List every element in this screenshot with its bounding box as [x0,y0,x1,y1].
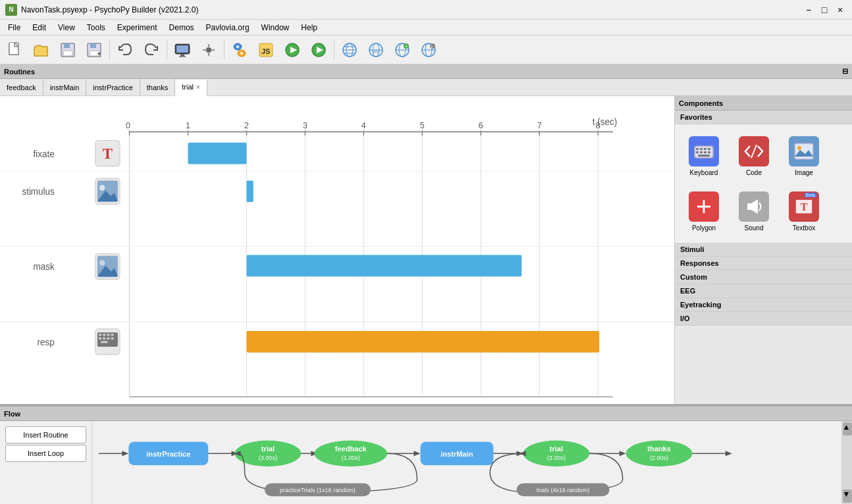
routines-content: t (sec) 0 1 2 3 4 [0,96,852,404]
menu-pavlovia[interactable]: Pavlovia.org [201,22,255,34]
tab-trial-close[interactable]: × [196,84,200,91]
svg-text:resp: resp [38,337,55,347]
scrollbar-down[interactable]: ▼ [843,490,852,503]
comp-keyboard[interactable]: Keyboard [680,130,728,182]
insert-routine-button[interactable]: Insert Routine [5,426,86,443]
svg-text:+: + [405,43,408,49]
svg-marker-136 [413,451,420,456]
svg-rect-92 [99,334,101,336]
comp-sound[interactable]: Sound [730,185,778,238]
menu-window[interactable]: Window [256,22,295,34]
open-button[interactable] [29,38,54,63]
redo-button[interactable] [139,38,164,63]
svg-rect-109 [708,151,710,153]
titlebar: N NavonTask.psyexp - PsychoPy Builder (v… [0,0,852,20]
menu-experiment[interactable]: Experiment [112,22,163,34]
svg-text:instrMain: instrMain [440,450,473,458]
svg-rect-98 [107,338,109,340]
tab-instrpractice[interactable]: instrPractice [86,79,140,95]
tab-thanks-label: thanks [147,84,168,91]
svg-marker-150 [726,451,732,456]
flow-svg: instrPractice trial (3.00s) feedba [92,421,841,504]
comp-polygon-label: Polygon [692,224,716,232]
monitor-button[interactable] [170,38,195,63]
svg-text:thanks: thanks [647,445,671,453]
svg-text:6: 6 [479,120,483,130]
svg-text:stimulus: stimulus [22,187,54,197]
routines-collapse[interactable]: ⊟ [842,67,848,76]
routines-title: Routines [4,68,35,76]
globe3-button[interactable]: + [390,38,415,63]
separator-4 [334,40,334,60]
mask-bar[interactable] [246,255,521,277]
tab-thanks[interactable]: thanks [140,79,175,95]
favorites-grid: Keyboard Code Image [675,124,852,243]
comp-code[interactable]: Code [730,130,778,182]
tab-trial[interactable]: trial × [175,80,207,96]
section-eyetracking[interactable]: Eyetracking [675,298,852,312]
toolbar: + JS py + i [0,36,852,64]
tab-feedback[interactable]: feedback [0,79,43,95]
save-button[interactable] [55,38,80,63]
svg-text:practiceTrials (1x16 random): practiceTrials (1x16 random) [280,487,356,493]
close-button[interactable]: × [834,3,847,16]
svg-rect-104 [704,148,706,150]
window-controls: − □ × [802,3,847,16]
insert-loop-button[interactable]: Insert Loop [5,445,86,462]
svg-text:(2.00s): (2.00s) [650,455,668,461]
fixate-bar[interactable] [188,143,246,164]
routines-panel: Routines ⊟ feedback instrMain instrPract… [0,64,852,405]
flow-scrollbar[interactable]: ▲ ▼ [841,421,852,504]
comp-polygon[interactable]: Polygon [680,185,728,238]
menu-tools[interactable]: Tools [82,22,111,34]
section-stimuli[interactable]: Stimuli [675,243,852,257]
favorites-section[interactable]: Favorites [675,111,852,124]
scrollbar-up[interactable]: ▲ [843,422,852,436]
flow-panel: Flow Insert Routine Insert Loop instrPra… [0,405,852,504]
tab-trial-label: trial [182,83,194,91]
app-logo: N [5,4,17,16]
run-button[interactable] [306,38,331,63]
menu-file[interactable]: File [3,22,26,34]
menu-help[interactable]: Help [296,22,323,34]
menu-view[interactable]: View [53,22,80,34]
comp-image[interactable]: Image [780,130,828,182]
new-button[interactable] [3,38,28,63]
globe2-button[interactable]: py [363,38,388,63]
section-io[interactable]: I/O [675,312,852,326]
timeline-area: t (sec) 0 1 2 3 4 [0,96,674,404]
svg-marker-118 [751,199,758,214]
globe4-button[interactable]: i [416,38,441,63]
python-button[interactable] [227,38,252,63]
svg-text:5: 5 [420,120,425,130]
saveas-button[interactable]: + [82,38,107,63]
section-responses[interactable]: Responses [675,257,852,270]
maximize-button[interactable]: □ [818,3,831,16]
svg-rect-93 [103,334,105,336]
comp-textbox[interactable]: T Beta Textbox [780,185,828,238]
main-area: Routines ⊟ feedback instrMain instrPract… [0,64,852,504]
svg-rect-112 [795,143,813,159]
svg-marker-146 [620,451,626,456]
settings-button[interactable] [196,38,221,63]
svg-text:0: 0 [126,120,130,130]
tab-instrmain[interactable]: instrMain [43,79,87,95]
svg-rect-117 [747,203,751,210]
js-button[interactable]: JS [253,38,279,63]
runner-button[interactable] [280,38,305,63]
menu-edit[interactable]: Edit [27,22,51,34]
svg-point-87 [99,260,105,266]
section-custom[interactable]: Custom [675,270,852,284]
svg-text:2: 2 [244,120,249,130]
minimize-button[interactable]: − [802,3,815,16]
undo-button[interactable] [113,38,138,63]
svg-text:(3.00s): (3.00s) [547,455,566,461]
section-eeg[interactable]: EEG [675,284,852,298]
stimulus-bar[interactable] [246,180,253,202]
svg-rect-108 [704,151,706,153]
svg-rect-107 [700,151,703,153]
menu-demos[interactable]: Demos [164,22,200,34]
resp-bar[interactable] [246,331,599,353]
svg-marker-122 [122,451,128,456]
globe1-button[interactable] [337,38,362,63]
